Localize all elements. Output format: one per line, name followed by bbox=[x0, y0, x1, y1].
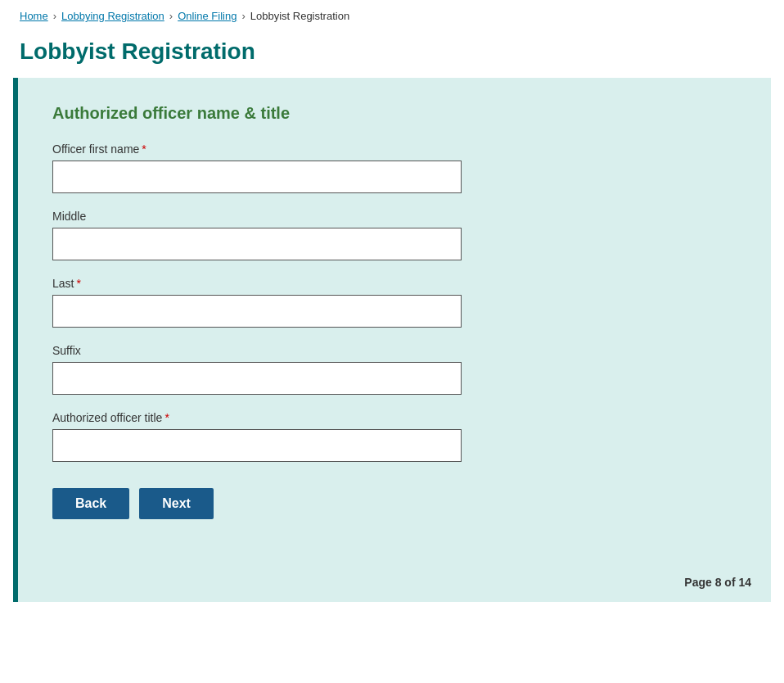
authorized-officer-title-label: Authorized officer title* bbox=[52, 411, 462, 424]
middle-label: Middle bbox=[52, 210, 462, 223]
last-input[interactable] bbox=[52, 295, 462, 328]
suffix-input[interactable] bbox=[52, 362, 462, 395]
title-required-star: * bbox=[164, 411, 169, 424]
breadcrumb-lobbying-registration[interactable]: Lobbying Registration bbox=[61, 10, 164, 22]
back-button[interactable]: Back bbox=[52, 488, 129, 519]
officer-first-name-input[interactable] bbox=[52, 161, 462, 193]
middle-input[interactable] bbox=[52, 228, 462, 260]
page-wrapper: Home › Lobbying Registration › Online Fi… bbox=[0, 0, 784, 683]
breadcrumb-home[interactable]: Home bbox=[20, 10, 48, 22]
main-content: Authorized officer name & title Officer … bbox=[13, 78, 771, 602]
breadcrumb-sep-3: › bbox=[241, 10, 245, 22]
breadcrumb-sep-2: › bbox=[169, 10, 173, 22]
page-indicator: Page 8 of 14 bbox=[684, 576, 751, 589]
last-label: Last* bbox=[52, 277, 462, 290]
last-group: Last* bbox=[52, 277, 462, 328]
page-title: Lobbyist Registration bbox=[0, 32, 784, 78]
officer-first-name-group: Officer first name* bbox=[52, 142, 462, 193]
suffix-label: Suffix bbox=[52, 344, 462, 357]
breadcrumb-current: Lobbyist Registration bbox=[250, 10, 349, 22]
breadcrumb-sep-1: › bbox=[53, 10, 56, 22]
button-area: Back Next bbox=[52, 488, 745, 519]
middle-group: Middle bbox=[52, 210, 462, 260]
breadcrumb: Home › Lobbying Registration › Online Fi… bbox=[0, 0, 784, 32]
section-heading: Authorized officer name & title bbox=[52, 104, 745, 123]
officer-first-name-label: Officer first name* bbox=[52, 142, 462, 156]
breadcrumb-online-filing[interactable]: Online Filing bbox=[178, 10, 237, 22]
next-button[interactable]: Next bbox=[139, 488, 214, 519]
authorized-officer-title-input[interactable] bbox=[52, 429, 462, 462]
authorized-officer-title-group: Authorized officer title* bbox=[52, 411, 462, 462]
last-required-star: * bbox=[76, 277, 80, 290]
first-name-required-star: * bbox=[142, 142, 146, 156]
suffix-group: Suffix bbox=[52, 344, 462, 395]
